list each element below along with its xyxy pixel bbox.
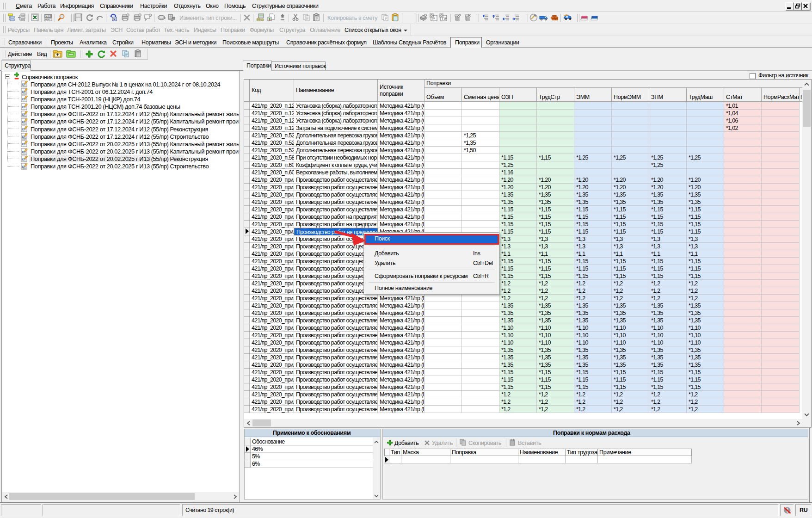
svg-text:P: P [432,17,435,21]
svg-text:ПР: ПР [442,17,447,21]
